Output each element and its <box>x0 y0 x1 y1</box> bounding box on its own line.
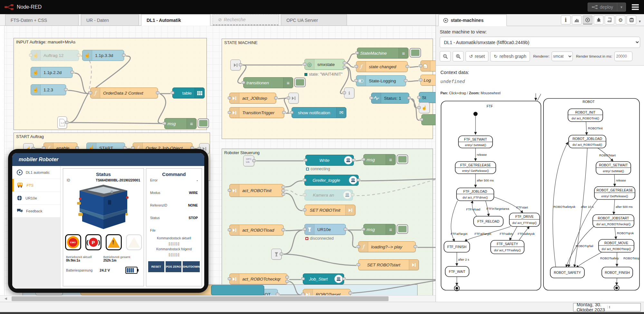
tab-state-machines[interactable]: state-machines <box>438 14 507 26</box>
node-log-cut[interactable]: Log <box>420 75 436 86</box>
deploy-options-caret[interactable]: ▼ <box>617 3 626 11</box>
node-info-small[interactable]: i <box>344 88 354 98</box>
debug-toggle[interactable] <box>197 118 209 128</box>
node-status-cut[interactable]: St <box>419 92 436 103</box>
node-link-set-robotinit[interactable]: SET ROBOTinit <box>304 205 355 216</box>
node-inject-123[interactable]: ☝ 1.2.3 <box>31 84 66 95</box>
config-nodes-tab-button[interactable] <box>605 15 614 24</box>
inject-hand-icon: ☝ <box>31 85 41 95</box>
node-link-act-jobstep[interactable]: act_JOBstep <box>229 93 276 104</box>
pos-zero-button[interactable]: POS ZERO <box>166 261 182 272</box>
zoom-out-button[interactable] <box>440 51 451 61</box>
node-ur-small[interactable] <box>271 249 282 260</box>
svg-text:after 500 ms: after 500 ms <box>477 179 494 182</box>
tab-fts-daten[interactable]: FTS-Daten + CSS <box>5 14 79 25</box>
node-greifer-toggle[interactable]: Greifer_toggle <box>304 175 359 186</box>
node-show-notification[interactable]: show notification ✉ <box>292 107 346 118</box>
node-function-statechanged[interactable]: ƒ state changed <box>356 61 408 72</box>
timeout-input[interactable] <box>614 51 632 61</box>
debug-toggle[interactable] <box>294 78 306 87</box>
main-menu-button[interactable] <box>632 4 639 10</box>
deploy-button[interactable]: deploy ▼ <box>588 3 626 12</box>
node-job-start[interactable]: Job_Start <box>303 273 344 284</box>
node-smxstate[interactable]: ◎ smxstate <box>304 59 345 70</box>
node-debug-transitionen[interactable]: transitionen ≡ <box>243 77 293 88</box>
svg-text:do/ act_ROBOTinit(): do/ act_ROBOTinit() <box>572 116 599 120</box>
reset-view-button[interactable]: ↺reset <box>466 51 488 61</box>
warning-button[interactable]: ! <box>106 234 122 250</box>
debug-toggle[interactable] <box>397 224 408 234</box>
node-debug-msg3[interactable]: msg ≡ <box>363 224 396 235</box>
svg-text:do/ act_FTFdrive(): do/ act_FTFdrive() <box>463 196 488 199</box>
node-debug-msg2[interactable]: msg ≡ <box>363 154 396 165</box>
info-tab-button[interactable]: i <box>561 15 571 24</box>
node-inject-11p22d[interactable]: ☝ 1.1p.2.2d <box>31 67 72 78</box>
renderer-select[interactable]: smcat <box>552 51 573 61</box>
hscrollbar-thumb[interactable] <box>12 296 389 301</box>
sidebar-options-caret[interactable]: ▼ <box>638 20 641 23</box>
tab-recherche[interactable]: ⊘Recherche <box>213 14 279 25</box>
node-link-act-robotcheckqr[interactable]: act_ROBOTcheckqr <box>229 273 287 284</box>
node-partial-teal[interactable] <box>211 285 264 295</box>
svg-text:after 500 ms: after 500 ms <box>616 205 633 208</box>
node-status-ur10e: disconnected <box>305 236 334 241</box>
date-spinner[interactable]: ▲▼ <box>607 306 639 309</box>
brake-button[interactable]: (P) <box>85 234 101 250</box>
debug-list-icon: ≡ <box>399 48 408 58</box>
menu-item-dl1-automatic[interactable]: DL1 automatic <box>12 166 60 179</box>
node-link-in-small[interactable] <box>230 60 241 70</box>
state-machine-tab-button[interactable] <box>583 15 592 24</box>
node-ur10e[interactable]: UR10e <box>304 224 346 235</box>
svg-text:FTFstart: FTFstart <box>516 206 528 209</box>
settings-tab-button[interactable]: ⚙ <box>616 15 625 24</box>
svg-text:entry/ SetWait(): entry/ SetWait() <box>465 143 486 147</box>
node-kamera-an[interactable]: Kamera an <box>304 189 353 200</box>
state-diagram[interactable]: FTF FTF_SETWAIT entry/ SetWait() release… <box>437 93 643 301</box>
node-link-robotreset[interactable]: ROBOTreset <box>303 289 351 295</box>
node-table[interactable]: table <box>172 88 205 98</box>
node-template-12[interactable]: 1.2 <box>57 116 67 129</box>
node-function-orderdata[interactable]: ƒ OrderData 2 Context <box>90 88 158 98</box>
disabled-icon: ⊘ <box>218 17 222 22</box>
node-file-cut[interactable] <box>420 60 436 71</box>
context-data-tab-button[interactable] <box>627 15 636 24</box>
node-write[interactable]: Write <box>305 155 354 166</box>
debug-tab-button[interactable] <box>594 15 603 24</box>
chart-tab-button[interactable] <box>572 15 582 24</box>
reset-button[interactable]: RESET <box>148 261 164 272</box>
state-machine-select[interactable]: DL1 - Automatik/smxstate (f4ff0ca0.2449b… <box>440 37 640 48</box>
refresh-graph-button[interactable]: ↻refresh graph <box>490 51 530 61</box>
tab-ur-daten[interactable]: UR - Daten <box>81 14 139 25</box>
debug-toggle[interactable] <box>397 154 408 164</box>
state-robot-finish: ROBOT_FINISH <box>602 267 633 278</box>
node-debug-msg[interactable]: msg ≡ <box>164 118 197 129</box>
shutdown-button[interactable]: SHUTDOWN <box>183 261 200 272</box>
menu-item-feedback[interactable]: Feedback <box>12 205 60 217</box>
node-inject-auftrag12[interactable]: ☝ Auftrag 12 <box>31 50 79 61</box>
menu-item-ur10e[interactable]: UR10e <box>12 192 60 205</box>
node-statelogging[interactable]: State-Logging <box>356 75 406 86</box>
scroll-left-arrow[interactable]: ◀ <box>5 297 7 300</box>
node-link-out-small[interactable] <box>288 93 299 104</box>
robot-arm-icon <box>17 195 22 201</box>
node-debug-cut[interactable] <box>421 114 436 125</box>
svg-text:ROBOTstop: ROBOTstop <box>623 256 640 260</box>
canvas-hscrollbar[interactable]: ◀ <box>0 295 436 302</box>
tab-opc-ua-server[interactable]: OPC UA Server <box>281 14 347 25</box>
node-status1[interactable]: Status: 1 <box>371 93 409 104</box>
node-debug-statemachine[interactable]: StateMachine ≡ <box>357 48 409 59</box>
debug-toggle[interactable] <box>409 48 421 58</box>
date-picker[interactable]: Montag, 30. Oktober 2023 ▲▼ <box>573 303 641 311</box>
node-link-act-robotload[interactable]: act_ROBOTload <box>229 225 284 236</box>
tab-dl1-automatik[interactable]: DL1 - Automatik <box>141 14 210 26</box>
node-inject-cut[interactable]: ☝ <box>419 102 430 113</box>
node-function-loading-play[interactable]: ƒ loading?--> play <box>358 241 416 252</box>
zoom-in-button[interactable] <box>453 51 464 61</box>
node-inject-11p33d[interactable]: ☝ 1.1p.3.3d <box>82 50 124 61</box>
emergency-stop-button[interactable]: EMG <box>65 234 81 250</box>
node-link-transitiontrigger[interactable]: TransitionTrigger <box>229 107 284 118</box>
menu-item-fts[interactable]: FTS <box>12 179 60 192</box>
node-opcua-small[interactable]: OPCUA <box>243 155 254 166</box>
node-link-act-robotinit[interactable]: act_ROBOTinit <box>229 184 284 197</box>
node-link-set-robotstart[interactable]: SET ROBOTstart <box>358 259 419 270</box>
